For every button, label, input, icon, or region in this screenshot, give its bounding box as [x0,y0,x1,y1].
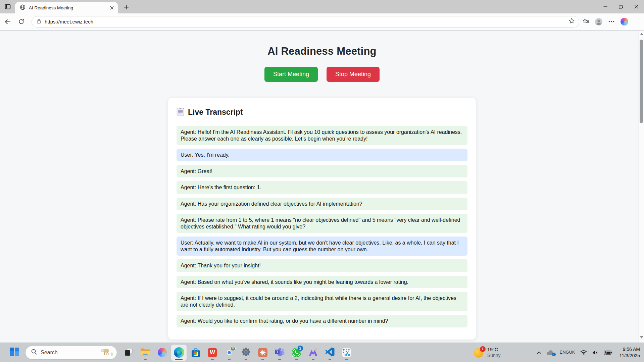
task-view-button[interactable] [121,345,136,361]
settings-gear-icon [241,347,251,358]
transcript-header: Live Transcript [177,107,467,117]
transcript-message-agent: Agent: Would you like to confirm that ra… [177,315,467,327]
browser-toolbar: https://meet.ewiz.tech [0,13,644,30]
back-icon[interactable] [2,16,13,28]
clock[interactable]: 9:56 AM 11/3/2025 [620,346,640,358]
favorites-list-icon[interactable] [582,18,590,26]
system-tray: i ENG UK 9:56 AM 11/3/2025 [537,346,640,358]
tray-time: 9:56 AM [620,346,640,352]
toolbar-right-icons [582,18,628,26]
refresh-icon[interactable] [15,16,27,28]
page-title: AI Readiness Meeting [0,45,644,57]
tab-title: AI Readiness Meeting [29,5,108,10]
chrome-profile-avatar [231,346,236,351]
teams-icon: T [275,347,285,358]
wifi-icon[interactable] [580,350,587,355]
copilot-icon[interactable] [620,18,628,26]
copilot-icon [158,348,167,357]
globe-favicon [20,4,26,11]
transcript-message-agent: Agent: Please rate from 1 to 5, where 1 … [177,214,467,233]
whatsapp-badge: 1 [298,346,303,351]
scroll-up-icon[interactable] [640,33,643,35]
m-mountain-app-icon [308,347,318,358]
scroll-down-icon[interactable] [640,336,643,339]
live-transcript-card: Live Transcript Agent: Hello! I'm the AI… [168,98,476,340]
stop-meeting-button[interactable]: Stop Meeting [327,67,380,82]
vscode-icon [325,347,335,358]
volume-icon[interactable] [592,350,599,355]
transcript-message-agent: Agent: Based on what you've shared, it s… [177,276,467,289]
onedrive-cloud-icon[interactable]: i [546,350,555,355]
settings-button[interactable] [238,345,254,361]
browser-tab[interactable]: AI Readiness Meeting [15,2,118,13]
snipping-tool-icon [342,348,351,357]
close-window-icon[interactable] [629,0,644,13]
transcript-message-agent: Agent: Great! [177,165,467,178]
restore-icon[interactable] [613,0,629,13]
weather-widget[interactable]: 1 19°C Sunny [474,347,501,359]
tray-date: 11/3/2025 [620,353,640,359]
start-button[interactable] [7,345,22,361]
transcript-message-agent: Agent: Has your organization defined cle… [177,198,467,210]
weather-badge: 1 [480,346,486,352]
new-tab-icon[interactable] [122,3,130,11]
meeting-controls: Start Meeting Stop Meeting [0,67,644,82]
notepad-icon [177,107,184,117]
browser-tab-strip: AI Readiness Meeting [0,0,644,13]
transcript-message-agent: Agent: Thank you for your insight! [177,259,467,272]
scrollbar-thumb[interactable] [640,40,643,123]
search-label: Search [41,350,101,356]
search-daily-illustration [101,348,113,358]
snipping-tool-button[interactable] [339,345,354,361]
transcript-message-user: User: Actually, we want to make AI in ou… [177,237,467,256]
whatsapp-button[interactable]: 1 [289,345,304,361]
url-text: https://meet.ewiz.tech [45,19,568,24]
edge-icon [174,347,184,358]
start-meeting-button[interactable]: Start Meeting [264,67,318,82]
transcript-message-agent: Agent: If I were to suggest, it could be… [177,292,467,311]
starburst-app-button[interactable] [255,345,270,361]
web-page: AI Readiness Meeting Start Meeting Stop … [0,31,644,343]
chrome-button[interactable] [221,345,237,361]
search-box[interactable]: Search [26,346,117,359]
page-scrollbar[interactable] [638,31,644,343]
transcript-message-agent: Agent: Here’s the first question: 1. [177,181,467,194]
taskbar: Search [0,343,644,362]
teams-button[interactable]: T [272,345,287,361]
wps-office-button[interactable]: W [205,345,220,361]
whatsapp-icon: 1 [291,347,302,358]
transcript-messages: Agent: Hello! I'm the AI Readiness Assis… [177,126,467,327]
language-indicator[interactable]: ENG UK [560,350,575,355]
transcript-message-user: User: Yes. I'm ready. [177,149,467,161]
weather-temp: 19°C [487,347,501,353]
starburst-app-icon [258,348,267,357]
minimize-icon[interactable] [598,0,613,13]
wps-office-icon: W [208,348,217,357]
m-mountain-app-button[interactable] [305,345,321,361]
profile-icon[interactable] [595,18,603,26]
more-menu-icon[interactable] [607,18,615,26]
microsoft-store-button[interactable] [188,345,203,361]
url-bar[interactable]: https://meet.ewiz.tech [32,16,579,28]
copilot-button[interactable] [154,345,170,361]
transcript-heading: Live Transcript [188,108,243,117]
file-explorer-button[interactable] [138,345,153,361]
svg-text:T: T [276,350,279,354]
close-tab-icon[interactable] [108,4,115,11]
battery-icon[interactable] [604,350,612,355]
weather-condition: Sunny [487,353,501,359]
file-explorer-icon [140,348,150,357]
screen: AI Readiness Meeting https://meet.ewiz.t… [0,0,644,362]
window-controls [598,0,644,13]
lock-icon[interactable] [37,18,41,25]
microsoft-store-icon [191,348,200,357]
favorite-star-icon[interactable] [568,18,575,25]
cloud-info-badge: i [552,353,556,356]
edge-button[interactable] [171,345,187,361]
start-icon [10,348,19,358]
chrome-icon [225,348,234,357]
tab-actions-icon[interactable] [4,3,11,10]
task-view-icon [124,348,133,358]
tray-chevron-icon[interactable] [537,351,541,354]
vscode-button[interactable] [322,345,338,361]
